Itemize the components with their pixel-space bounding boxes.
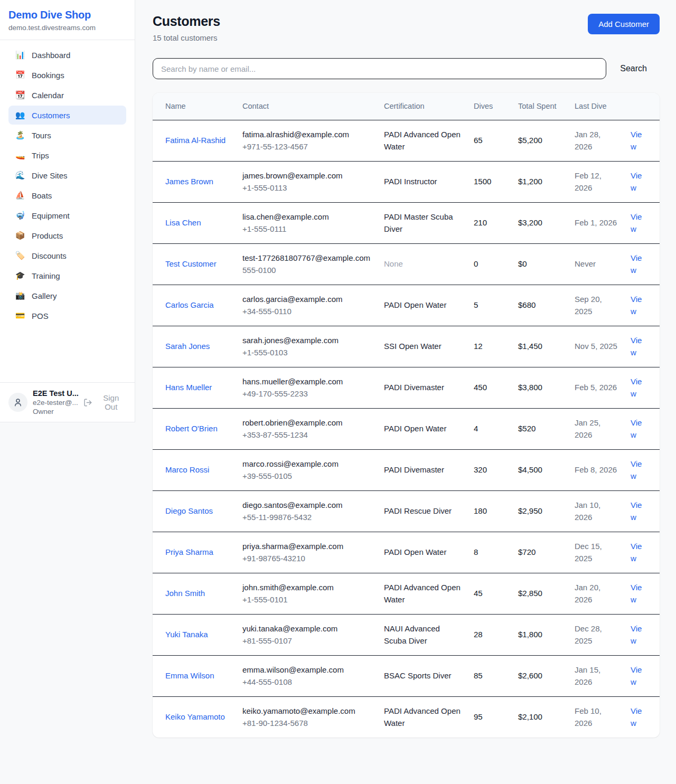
sidebar-item-dive-sites[interactable]: 🌊 Dive Sites — [8, 166, 126, 185]
total-spent: $1,200 — [518, 177, 542, 186]
last-dive: Jan 28, 2026 — [575, 130, 600, 151]
view-link[interactable]: View — [631, 706, 642, 728]
view-link[interactable]: View — [631, 295, 642, 316]
certification: PADI Advanced Open Water — [384, 583, 461, 604]
sidebar-item-customers[interactable]: 👥 Customers — [8, 106, 126, 125]
sidebar-item-label: POS — [32, 311, 49, 320]
shop-name: Demo Dive Shop — [8, 9, 126, 21]
dives-count: 28 — [474, 630, 483, 639]
certification: NAUI Advanced Scuba Diver — [384, 624, 440, 645]
search-button[interactable]: Search — [620, 64, 647, 73]
training-icon: 🎓 — [15, 271, 25, 280]
view-link[interactable]: View — [631, 253, 642, 275]
dives-count: 12 — [474, 342, 483, 351]
customer-name-link[interactable]: Robert O'Brien — [165, 424, 218, 433]
sidebar-item-calendar[interactable]: 📆 Calendar — [8, 86, 126, 105]
dives-count: 180 — [474, 506, 487, 515]
certification: PADI Instructor — [384, 177, 437, 186]
add-customer-button[interactable]: Add Customer — [588, 14, 660, 34]
customer-name-link[interactable]: Diego Santos — [165, 506, 213, 515]
column-header-certification: Certification — [378, 93, 467, 120]
sidebar-item-label: Dashboard — [32, 51, 70, 60]
last-dive: Sep 20, 2025 — [575, 295, 602, 316]
customer-name-link[interactable]: Fatima Al-Rashid — [165, 136, 226, 145]
sidebar-item-gallery[interactable]: 📸 Gallery — [8, 286, 126, 305]
view-link[interactable]: View — [631, 624, 642, 645]
sidebar-item-label: Products — [32, 231, 63, 240]
search-input[interactable] — [153, 58, 606, 79]
certification: PADI Open Water — [384, 300, 446, 309]
view-link[interactable]: View — [631, 130, 642, 151]
dives-count: 8 — [474, 547, 478, 556]
customer-name-link[interactable]: James Brown — [165, 177, 213, 186]
avatar — [8, 393, 27, 412]
sign-out-button[interactable]: Sign Out — [83, 393, 126, 411]
view-link[interactable]: View — [631, 171, 642, 192]
contact-cell: test-1772681807767@example.com 555-0100 — [236, 244, 378, 285]
view-link[interactable]: View — [631, 377, 642, 398]
customer-phone: +81-90-1234-5678 — [242, 717, 371, 730]
sidebar-item-boats[interactable]: ⛵ Boats — [8, 186, 126, 205]
customer-name-link[interactable]: Sarah Jones — [165, 342, 210, 351]
customer-email: yuki.tanaka@example.com — [242, 623, 371, 635]
customer-name-link[interactable]: Keiko Yamamoto — [165, 712, 225, 721]
table-row: Robert O'Brien robert.obrien@example.com… — [153, 409, 660, 450]
main-content: Customers 15 total customers Add Custome… — [135, 0, 676, 750]
view-link[interactable]: View — [631, 336, 642, 357]
contact-cell: robert.obrien@example.com +353-87-555-12… — [236, 409, 378, 450]
contact-cell: yuki.tanaka@example.com +81-555-0107 — [236, 615, 378, 656]
view-link[interactable]: View — [631, 418, 642, 439]
dives-count: 45 — [474, 589, 483, 598]
sidebar-item-pos[interactable]: 💳 POS — [8, 306, 126, 325]
contact-cell: lisa.chen@example.com +1-555-0111 — [236, 203, 378, 244]
contact-cell: sarah.jones@example.com +1-555-0103 — [236, 326, 378, 367]
sidebar-item-bookings[interactable]: 📅 Bookings — [8, 65, 126, 84]
customer-name-link[interactable]: John Smith — [165, 589, 205, 598]
dives-count: 0 — [474, 259, 478, 268]
last-dive: Jan 15, 2026 — [575, 665, 600, 686]
customer-name-link[interactable]: Test Customer — [165, 259, 217, 268]
discounts-icon: 🏷️ — [15, 251, 25, 260]
view-link[interactable]: View — [631, 542, 642, 563]
contact-cell: fatima.alrashid@example.com +971-55-123-… — [236, 120, 378, 162]
shop-header: Demo Dive Shop demo.test.divestreams.com — [0, 0, 135, 40]
last-dive: Feb 5, 2026 — [575, 383, 617, 392]
customer-count: 15 total customers — [153, 33, 220, 42]
table-row: Sarah Jones sarah.jones@example.com +1-5… — [153, 326, 660, 367]
view-link[interactable]: View — [631, 459, 642, 480]
total-spent: $2,600 — [518, 671, 542, 680]
customer-name-link[interactable]: Carlos Garcia — [165, 300, 214, 309]
customer-email: robert.obrien@example.com — [242, 417, 371, 429]
sidebar-item-label: Discounts — [32, 251, 67, 260]
products-icon: 📦 — [15, 231, 25, 240]
sign-out-label: Sign Out — [96, 393, 126, 411]
sidebar-item-label: Customers — [32, 111, 70, 120]
customer-email: marco.rossi@example.com — [242, 458, 371, 470]
user-name: E2E Test U... — [33, 389, 78, 398]
sidebar-item-discounts[interactable]: 🏷️ Discounts — [8, 246, 126, 265]
certification: None — [384, 259, 403, 268]
sidebar-item-dashboard[interactable]: 📊 Dashboard — [8, 45, 126, 64]
view-link[interactable]: View — [631, 583, 642, 604]
customer-name-link[interactable]: Lisa Chen — [165, 218, 201, 227]
sidebar-item-products[interactable]: 📦 Products — [8, 226, 126, 245]
sidebar-item-trips[interactable]: 🚤 Trips — [8, 146, 126, 165]
customer-name-link[interactable]: Marco Rossi — [165, 465, 209, 474]
customer-name-link[interactable]: Priya Sharma — [165, 547, 213, 556]
sidebar-item-training[interactable]: 🎓 Training — [8, 266, 126, 285]
sidebar-item-tours[interactable]: 🏝️ Tours — [8, 126, 126, 145]
shop-domain: demo.test.divestreams.com — [8, 24, 126, 32]
view-link[interactable]: View — [631, 500, 642, 522]
customer-name-link[interactable]: Yuki Tanaka — [165, 630, 208, 639]
last-dive: Never — [575, 259, 596, 268]
view-link[interactable]: View — [631, 665, 642, 686]
customer-phone: +39-555-0105 — [242, 470, 371, 483]
view-link[interactable]: View — [631, 212, 642, 233]
search-row: Search — [153, 58, 660, 79]
sidebar-item-equipment[interactable]: 🤿 Equipment — [8, 206, 126, 225]
customer-name-link[interactable]: Hans Mueller — [165, 383, 212, 392]
calendar-icon: 📆 — [15, 90, 25, 100]
customer-name-link[interactable]: Emma Wilson — [165, 671, 214, 680]
column-header-total-spent: Total Spent — [512, 93, 568, 120]
last-dive: Feb 12, 2026 — [575, 171, 602, 192]
